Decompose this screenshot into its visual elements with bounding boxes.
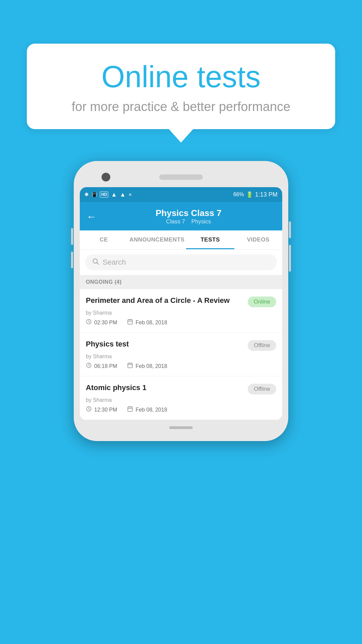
test-author-2: by Sharma (86, 354, 276, 360)
test-meta-2: 06:18 PM Feb 08, 2018 (86, 362, 276, 370)
test-item-header-1: Perimeter and Area of a Circle - A Revie… (86, 296, 276, 307)
section-header: ONGOING (4) (80, 275, 282, 289)
test-time-1: 02:30 PM (86, 319, 117, 326)
status-time: 1:13 PM (255, 191, 278, 198)
svg-rect-13 (128, 407, 133, 412)
speech-bubble: Online tests for more practice & better … (27, 44, 335, 129)
header-titles: Physics Class 7 Class 7 Physics (102, 208, 276, 225)
power-button (289, 221, 291, 238)
search-container: Search (80, 250, 282, 275)
search-icon (92, 258, 99, 267)
status-badge-3: Offline (248, 384, 276, 394)
test-author-1: by Sharma (86, 310, 276, 316)
header-main-title: Physics Class 7 (102, 208, 276, 218)
tab-ce[interactable]: CE (80, 230, 128, 249)
phone-bottom (80, 420, 282, 435)
phone-mockup: ✱ 📳 HD ▲ ▲ ✕ 66% 🔋 1:13 PM ← (74, 161, 288, 441)
status-badge-1: Online (248, 297, 276, 307)
header-sub-title: Class 7 Physics (102, 218, 276, 225)
test-meta-3: 12:30 PM Feb 08, 2018 (86, 406, 276, 414)
test-time-value-2: 06:18 PM (94, 363, 117, 369)
wifi-icon: ▲ (111, 191, 117, 198)
test-item-header-2: Physics test Offline (86, 339, 276, 351)
svg-rect-8 (128, 363, 133, 368)
test-date-2: Feb 08, 2018 (127, 362, 167, 370)
bubble-subtitle: for more practice & better performance (47, 100, 315, 114)
tab-tests[interactable]: TESTS (186, 230, 234, 249)
volume-down-button (71, 252, 73, 268)
test-title-1: Perimeter and Area of a Circle - A Revie… (86, 296, 248, 306)
x-icon: ✕ (128, 192, 132, 197)
phone-camera (102, 173, 110, 181)
status-icons-right: 66% 🔋 1:13 PM (233, 191, 278, 198)
test-time-2: 06:18 PM (86, 362, 117, 370)
tabs-bar: CE ANNOUNCEMENTS TESTS VIDEOS (80, 230, 282, 250)
clock-icon-3 (86, 406, 92, 414)
tab-announcements[interactable]: ANNOUNCEMENTS (128, 230, 186, 249)
svg-rect-3 (128, 320, 133, 324)
test-item-header-3: Atomic physics 1 Offline (86, 383, 276, 394)
test-time-value-3: 12:30 PM (94, 407, 117, 413)
test-date-value-1: Feb 08, 2018 (135, 320, 167, 326)
test-date-value-2: Feb 08, 2018 (135, 363, 167, 369)
calendar-icon-2 (127, 362, 133, 370)
search-placeholder: Search (103, 258, 126, 267)
test-title-3: Atomic physics 1 (86, 383, 248, 393)
test-title-2: Physics test (86, 339, 248, 349)
test-time-3: 12:30 PM (86, 406, 117, 414)
back-button[interactable]: ← (86, 211, 97, 222)
status-badge-2: Offline (248, 340, 276, 351)
phone-outer: ✱ 📳 HD ▲ ▲ ✕ 66% 🔋 1:13 PM ← (74, 161, 288, 441)
test-item-3[interactable]: Atomic physics 1 Offline by Sharma 12:30… (80, 376, 282, 420)
status-icons-left: ✱ 📳 HD ▲ ▲ ✕ (84, 191, 132, 198)
test-meta-1: 02:30 PM Feb 08, 2018 (86, 319, 276, 326)
test-date-3: Feb 08, 2018 (127, 406, 167, 414)
home-pill (169, 426, 193, 429)
phone-speaker (159, 174, 203, 180)
bluetooth-icon: ✱ (84, 192, 89, 198)
svg-line-1 (97, 263, 99, 264)
hd-badge: HD (100, 192, 108, 198)
test-date-1: Feb 08, 2018 (127, 319, 167, 326)
clock-icon-1 (86, 319, 92, 326)
test-item-2[interactable]: Physics test Offline by Sharma 06:18 PM (80, 333, 282, 376)
test-author-3: by Sharma (86, 397, 276, 403)
test-time-value-1: 02:30 PM (94, 320, 117, 326)
clock-icon-2 (86, 362, 92, 370)
power-button-2 (289, 245, 291, 272)
status-bar: ✱ 📳 HD ▲ ▲ ✕ 66% 🔋 1:13 PM (80, 187, 282, 202)
test-date-value-3: Feb 08, 2018 (135, 407, 167, 413)
search-bar[interactable]: Search (85, 254, 277, 270)
vibrate-icon: 📳 (92, 192, 97, 197)
battery-icon: 🔋 (246, 191, 253, 198)
tab-videos[interactable]: VIDEOS (234, 230, 282, 249)
test-item[interactable]: Perimeter and Area of a Circle - A Revie… (80, 289, 282, 333)
battery-percent: 66% (233, 192, 244, 198)
app-header: ← Physics Class 7 Class 7 Physics (80, 202, 282, 230)
phone-screen: ✱ 📳 HD ▲ ▲ ✕ 66% 🔋 1:13 PM ← (80, 187, 282, 420)
calendar-icon-3 (127, 406, 133, 414)
calendar-icon-1 (127, 319, 133, 326)
phone-top-bar (80, 167, 282, 187)
bubble-title: Online tests (47, 60, 315, 94)
signal-icon: ▲ (120, 191, 126, 198)
volume-up-button (71, 228, 73, 245)
